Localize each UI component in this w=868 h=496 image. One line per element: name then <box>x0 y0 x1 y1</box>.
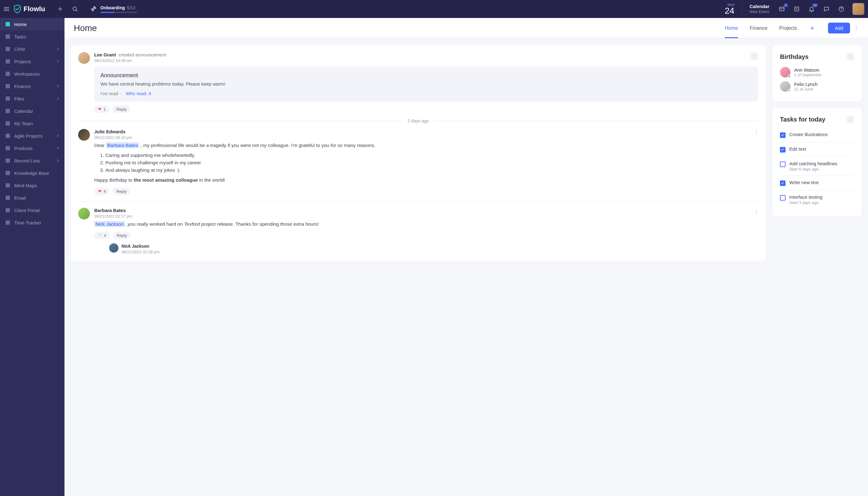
post-author[interactable]: Lee Grant <box>94 52 116 57</box>
svg-point-24 <box>753 55 754 56</box>
like-button[interactable]: ♡4 <box>94 232 110 239</box>
sidebar-item-calendar[interactable]: Calendar <box>0 105 64 117</box>
sidebar-item-knowledge-base[interactable]: Knowledge Base <box>0 167 64 179</box>
svg-point-33 <box>756 213 757 214</box>
user-avatar[interactable] <box>852 3 864 15</box>
svg-point-35 <box>851 56 852 56</box>
tasks-widget: Tasks for today Create illustrationsEdit… <box>773 108 862 216</box>
tab-projects[interactable]: Projects <box>779 26 797 38</box>
task-item[interactable]: Write new text <box>780 175 854 190</box>
announcement-title: Announcement <box>100 72 752 79</box>
add-tab-button[interactable]: ＋ <box>809 23 816 38</box>
post-more-icon[interactable] <box>755 208 758 216</box>
sidebar-item-files[interactable]: Files <box>0 92 64 105</box>
svg-point-40 <box>849 120 850 121</box>
svg-rect-20 <box>5 220 10 225</box>
post-author[interactable]: Julie Edwards <box>94 129 126 134</box>
task-checkbox[interactable] <box>780 147 786 153</box>
reply-button[interactable]: Reply <box>112 188 130 195</box>
calendar-label: Calendar <box>749 4 770 9</box>
drag-handle-icon[interactable] <box>846 115 854 123</box>
task-item[interactable]: Interface testingStart 3 days ago <box>780 190 854 209</box>
svg-point-39 <box>851 118 852 119</box>
birthday-item[interactable]: Felix Lynch21 of June <box>780 79 854 94</box>
ive-read-label[interactable]: I've read <box>100 91 118 96</box>
reply-author[interactable]: Nick Jackson <box>122 244 150 249</box>
tab-finance[interactable]: Finance <box>750 26 768 38</box>
help-button[interactable] <box>835 3 848 15</box>
topbar: Flowlu Onboarding5/13 Wed 24 Calendar Ne… <box>0 0 868 18</box>
avatar[interactable] <box>78 52 90 64</box>
who-read-link[interactable]: Who read: 4 <box>126 91 151 96</box>
sidebar-item-home[interactable]: Home <box>0 18 64 30</box>
sidebar-item-mind-maps[interactable]: Mind Maps <box>0 179 64 191</box>
task-item[interactable]: Edit text <box>780 142 854 157</box>
sidebar-item-products[interactable]: Products <box>0 142 64 154</box>
reply-button[interactable]: Reply <box>112 105 130 113</box>
sidebar-item-email[interactable]: Email <box>0 191 64 204</box>
brand-logo[interactable]: Flowlu <box>14 5 45 13</box>
new-item-button[interactable] <box>54 3 66 15</box>
sidebar-item-time-tracker[interactable]: Time Tracker <box>0 216 64 229</box>
notifications-button[interactable]: 22 <box>805 3 818 15</box>
svg-rect-14 <box>5 146 10 150</box>
onboarding-widget[interactable]: Onboarding5/13 <box>90 5 137 13</box>
task-item[interactable]: Create illustrations <box>780 128 854 142</box>
svg-point-32 <box>756 211 757 212</box>
nav-icon <box>5 59 11 64</box>
drag-handle-icon[interactable] <box>846 53 854 61</box>
reply-button[interactable]: Reply <box>113 232 130 239</box>
notes-button[interactable] <box>790 3 803 15</box>
task-checkbox[interactable] <box>780 181 786 186</box>
post-author[interactable]: Barbara Bates <box>94 208 126 213</box>
svg-point-30 <box>756 134 757 135</box>
sidebar-item-client-portal[interactable]: Client Portal <box>0 204 64 216</box>
avatar[interactable] <box>109 243 119 253</box>
page-more-icon[interactable] <box>854 23 859 33</box>
svg-rect-19 <box>5 208 10 212</box>
task-checkbox[interactable] <box>780 195 786 201</box>
svg-rect-4 <box>5 22 10 26</box>
like-button[interactable]: ❤4 <box>94 188 109 195</box>
reply: Nick Jackson 08/21/2022 02:26 pm <box>109 243 758 254</box>
nav-icon <box>5 220 11 226</box>
nav-icon <box>5 170 11 176</box>
tab-home[interactable]: Home <box>725 26 738 38</box>
mention[interactable]: Barbara Bates <box>106 142 139 148</box>
sidebar-item-projects[interactable]: Projects <box>0 55 64 67</box>
sidebar-item-workspaces[interactable]: Workspaces <box>0 67 64 80</box>
nav-icon <box>5 121 11 126</box>
drag-handle-icon[interactable] <box>750 52 758 60</box>
post-more-icon[interactable] <box>755 129 758 138</box>
sidebar-item-agile-projects[interactable]: Agile Projects <box>0 129 64 142</box>
calendar-sub: New Event <box>749 9 770 14</box>
task-checkbox[interactable] <box>780 161 786 167</box>
nav-icon <box>5 207 11 213</box>
svg-point-29 <box>756 133 757 133</box>
like-button[interactable]: ❤1 <box>94 105 109 113</box>
search-button[interactable] <box>69 3 81 15</box>
svg-point-31 <box>756 209 757 210</box>
inbox-button[interactable]: 6 <box>776 3 788 15</box>
sidebar-item-tasks[interactable]: Tasks <box>0 30 64 43</box>
calendar-widget[interactable]: Calendar New Event <box>749 4 770 14</box>
feed-card: Lee Grant created announcement 08/23/202… <box>71 45 766 261</box>
svg-rect-9 <box>5 84 10 88</box>
add-button[interactable]: Add <box>828 22 850 33</box>
avatar[interactable] <box>78 208 90 219</box>
task-checkbox[interactable] <box>780 133 786 138</box>
mention[interactable]: Nick Jackson <box>94 221 125 227</box>
sidebar-item-crm[interactable]: CRM <box>0 43 64 55</box>
brand-name: Flowlu <box>24 5 45 13</box>
avatar[interactable] <box>78 129 90 141</box>
sidebar-item-record-lists[interactable]: Record Lists <box>0 154 64 167</box>
sidebar-item-finance[interactable]: Finance <box>0 80 64 92</box>
sidebar-item-my-team[interactable]: My Team <box>0 117 64 129</box>
task-item[interactable]: Add catching headlinesStart 6 days ago <box>780 157 854 175</box>
post-content: Nick Jackson ,you really worked hard on … <box>94 220 758 228</box>
date-widget[interactable]: Wed 24 <box>725 3 734 15</box>
svg-point-27 <box>755 57 756 57</box>
birthday-item[interactable]: Ann Watson1 of September <box>780 65 854 79</box>
menu-toggle-icon[interactable] <box>4 7 9 11</box>
chat-button[interactable] <box>820 3 833 15</box>
